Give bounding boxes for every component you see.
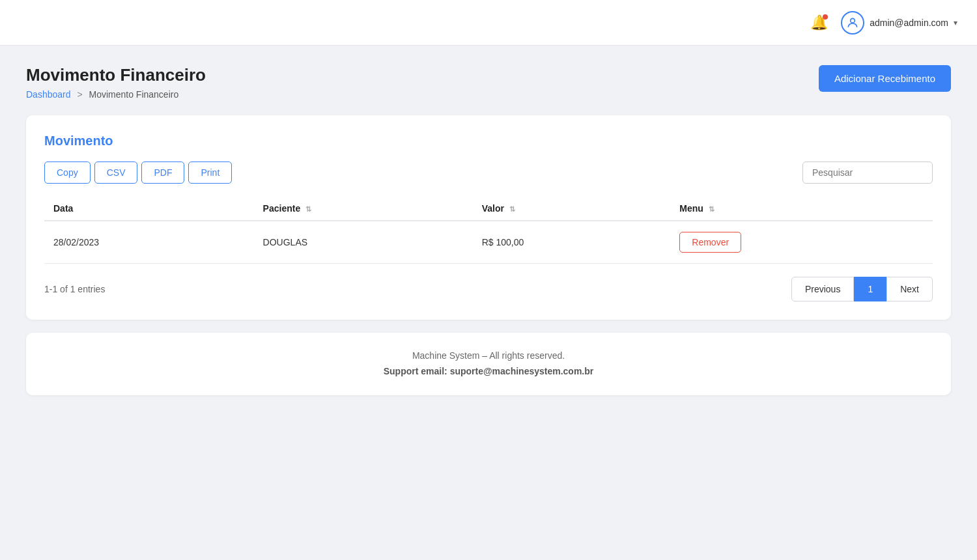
pagination: Previous 1 Next xyxy=(791,277,933,301)
page-1-button[interactable]: 1 xyxy=(854,277,886,301)
search-input[interactable] xyxy=(802,161,933,184)
cell-data: 28/02/2023 xyxy=(44,221,254,264)
svg-point-0 xyxy=(851,18,855,23)
col-menu: Menu ⇅ xyxy=(670,197,933,221)
avatar xyxy=(841,11,864,35)
add-recebimento-button[interactable]: Adicionar Recebimento xyxy=(819,65,951,92)
page-title: Movimento Financeiro xyxy=(26,65,206,85)
card-title: Movimento xyxy=(44,133,933,148)
breadcrumb-separator: > xyxy=(77,89,82,100)
breadcrumb-dashboard-link[interactable]: Dashboard xyxy=(26,89,71,100)
csv-button[interactable]: CSV xyxy=(94,161,138,184)
col-data: Data xyxy=(44,197,254,221)
cell-paciente: DOUGLAS xyxy=(254,221,473,264)
notification-dot xyxy=(823,14,828,20)
user-email-label: admin@admin.com xyxy=(870,18,948,28)
main-content: Movimento Financeiro Dashboard > Movimen… xyxy=(0,46,977,415)
breadcrumb-current: Movimento Financeiro xyxy=(89,89,178,100)
next-button[interactable]: Next xyxy=(886,277,933,301)
chevron-down-icon: ▾ xyxy=(954,18,957,27)
navbar: 🔔 admin@admin.com ▾ xyxy=(0,0,977,46)
entries-info: 1-1 of 1 entries xyxy=(44,284,105,294)
cell-valor: R$ 100,00 xyxy=(473,221,671,264)
sort-menu-icon[interactable]: ⇅ xyxy=(709,205,715,213)
movimento-card: Movimento Copy CSV PDF Print Data Pacien… xyxy=(26,115,951,320)
export-buttons: Copy CSV PDF Print xyxy=(44,161,232,184)
footer-card: Machine System – All rights reserved. Su… xyxy=(26,333,951,395)
page-header-left: Movimento Financeiro Dashboard > Movimen… xyxy=(26,65,206,100)
footer-text: Machine System – All rights reserved. Su… xyxy=(42,348,935,380)
previous-button[interactable]: Previous xyxy=(791,277,854,301)
cell-menu: Remover xyxy=(670,221,933,264)
col-valor: Valor ⇅ xyxy=(473,197,671,221)
notifications-button[interactable]: 🔔 xyxy=(810,14,828,31)
print-button[interactable]: Print xyxy=(188,161,232,184)
remove-button[interactable]: Remover xyxy=(679,232,741,253)
table-header-row: Data Paciente ⇅ Valor ⇅ Menu ⇅ xyxy=(44,197,933,221)
page-header: Movimento Financeiro Dashboard > Movimen… xyxy=(26,65,951,100)
table-row: 28/02/2023 DOUGLAS R$ 100,00 Remover xyxy=(44,221,933,264)
col-paciente: Paciente ⇅ xyxy=(254,197,473,221)
copy-button[interactable]: Copy xyxy=(44,161,91,184)
sort-paciente-icon[interactable]: ⇅ xyxy=(305,205,311,213)
breadcrumb: Dashboard > Movimento Financeiro xyxy=(26,89,206,100)
table-footer: 1-1 of 1 entries Previous 1 Next xyxy=(44,277,933,301)
movimento-table: Data Paciente ⇅ Valor ⇅ Menu ⇅ xyxy=(44,197,933,264)
user-menu[interactable]: admin@admin.com ▾ xyxy=(841,11,957,35)
table-toolbar: Copy CSV PDF Print xyxy=(44,161,933,184)
sort-valor-icon[interactable]: ⇅ xyxy=(509,205,515,213)
pdf-button[interactable]: PDF xyxy=(141,161,184,184)
